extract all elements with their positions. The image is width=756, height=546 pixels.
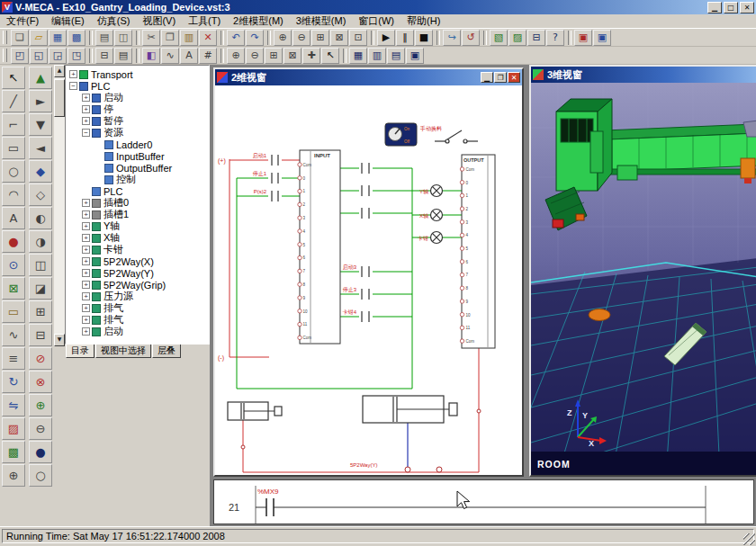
tree-item-4[interactable]: +暂停	[66, 115, 209, 127]
tool-pump[interactable]: ⊙	[2, 254, 25, 276]
cylinder-x[interactable]	[228, 402, 282, 420]
3d-canvas[interactable]: Z Y X ROOM	[531, 83, 756, 475]
wire-tool-button[interactable]: ∿	[161, 48, 179, 64]
zoom-extents-button[interactable]: ⊠	[330, 30, 348, 46]
scrollbar-thumb[interactable]	[54, 79, 65, 117]
tree-item-21[interactable]: +排气	[66, 314, 209, 326]
tool-multiply[interactable]: ⊗	[29, 371, 52, 393]
tool-cylinder[interactable]: ▭	[2, 300, 25, 323]
new-button[interactable]: ❏	[11, 30, 29, 46]
tree-item-16[interactable]: +5P2Way(X)	[66, 255, 209, 267]
scroll-down-button[interactable]: ▼	[54, 334, 65, 346]
tab-cascade[interactable]: 层叠	[152, 345, 181, 358]
report-button[interactable]: ▧	[490, 30, 508, 46]
expand-icon[interactable]: +	[69, 70, 77, 78]
menu-3d-model[interactable]: 3维模型(M)	[290, 13, 353, 29]
close-button[interactable]: ✕	[740, 2, 754, 13]
tool-rect[interactable]: ▭	[2, 137, 25, 159]
step-button[interactable]: ↪	[443, 30, 461, 46]
tool-diamond[interactable]: ◆	[29, 160, 52, 183]
expand-icon[interactable]: +	[82, 292, 90, 300]
tree-item-5[interactable]: −资源	[66, 127, 209, 139]
stop-button[interactable]: ■	[415, 30, 433, 46]
zoom-window-button[interactable]: ⊞	[311, 30, 329, 46]
menu-file[interactable]: 文件(F)	[0, 13, 45, 29]
tree-toggle-button[interactable]: ⊟	[95, 48, 113, 64]
collapse-icon[interactable]: −	[82, 129, 90, 137]
resize-grip[interactable]	[743, 533, 755, 545]
expand-icon[interactable]: +	[82, 117, 90, 125]
run-button[interactable]: ▶	[377, 30, 395, 46]
scroll-up-button[interactable]: ▲	[54, 65, 65, 77]
tool-text[interactable]: A	[2, 207, 25, 229]
tool-grid-remove[interactable]: ⊟	[29, 324, 52, 346]
tool-spring[interactable]: ∿	[2, 324, 25, 346]
tree-item-2[interactable]: +启动	[66, 92, 209, 103]
expand-icon[interactable]: +	[82, 210, 90, 219]
tree-item-1[interactable]: −PLC	[66, 80, 209, 92]
tool-down[interactable]: ▼	[29, 113, 52, 136]
tab-catalog[interactable]: 目录	[66, 345, 94, 358]
2d-restore-button[interactable]: ❐	[494, 72, 507, 83]
expand-icon[interactable]: +	[82, 94, 90, 102]
toolbar-gripper[interactable]	[3, 49, 7, 62]
tree-item-17[interactable]: +5P2Way(Y)	[66, 267, 209, 279]
menu-help[interactable]: 帮助(H)	[400, 13, 446, 29]
tree-item-10[interactable]: PLC	[66, 185, 209, 197]
tree-item-11[interactable]: +插槽0	[66, 197, 209, 209]
toolbar-gripper[interactable]	[3, 31, 7, 44]
expand-icon[interactable]: +	[82, 234, 90, 242]
tool-half-left[interactable]: ◐	[29, 207, 52, 229]
2d-window-titlebar[interactable]: 2维视窗 ▁ ❐ ✕	[215, 69, 522, 85]
expand-icon[interactable]: +	[82, 105, 90, 113]
floor-workpiece[interactable]	[589, 309, 610, 321]
save-all-button[interactable]: ▩	[68, 30, 86, 46]
scrollbar-track[interactable]	[54, 77, 65, 334]
zoom-out-button[interactable]: ⊖	[292, 30, 310, 46]
tool-ellipse[interactable]: ○	[2, 160, 25, 183]
tool-corner[interactable]: ◪	[29, 277, 52, 300]
tree-item-19[interactable]: +压力源	[66, 291, 209, 302]
component-library-button[interactable]: ◧	[142, 48, 160, 64]
tool-half-right[interactable]: ◑	[29, 230, 52, 253]
ladder-editor[interactable]: 21 %MX9	[213, 479, 754, 524]
input-block[interactable]: INPUT Com01234567891011Com	[298, 150, 340, 344]
tool-left[interactable]: ◄	[29, 137, 52, 159]
grid-view-1-button[interactable]: ▦	[349, 48, 367, 64]
help-button[interactable]: ?	[546, 30, 564, 46]
paste-button[interactable]: ▥	[180, 30, 198, 46]
outline-toggle-button[interactable]: ▤	[114, 48, 132, 64]
tree-item-12[interactable]: +插槽1	[66, 209, 209, 220]
delete-button[interactable]: ✕	[199, 30, 217, 46]
tool-fill[interactable]: ▩	[2, 441, 25, 463]
tool-rail[interactable]: ≡	[2, 347, 25, 370]
2d-close-button[interactable]: ✕	[508, 72, 520, 83]
output-block[interactable]: OUTPUT Com01234567891011Com	[460, 155, 495, 348]
view-zoom-window-button[interactable]: ⊞	[265, 48, 283, 64]
tool-erase[interactable]: ▨	[2, 417, 25, 440]
pause-button[interactable]: ‖	[396, 30, 414, 46]
save-button[interactable]: ▦	[49, 30, 67, 46]
tool-grid-add[interactable]: ⊞	[29, 300, 52, 323]
coil-symbols[interactable]	[431, 185, 443, 244]
grid-view-3-button[interactable]: ▤	[387, 48, 405, 64]
ladder-canvas[interactable]: 21 %MX9	[214, 480, 753, 524]
tree-item-9[interactable]: 控制	[66, 174, 209, 185]
tool-arc[interactable]: ◠	[2, 183, 25, 206]
library-blue-button[interactable]: ▣	[593, 30, 611, 46]
tree-item-8[interactable]: OutputBuffer	[66, 162, 209, 174]
menu-tools[interactable]: 工具(T)	[182, 13, 227, 29]
tool-zoom[interactable]: ⊕	[2, 464, 25, 487]
grid-settings-button[interactable]: ⊟	[527, 30, 545, 46]
copy-button[interactable]: ❐	[161, 30, 179, 46]
tool-ring[interactable]: ○	[29, 464, 52, 487]
tool-right[interactable]: ►	[29, 90, 52, 112]
view-zoom-all-button[interactable]: ⊠	[284, 48, 302, 64]
tool-polyline[interactable]: ⌐	[2, 113, 25, 136]
open-button[interactable]: ▱	[30, 30, 48, 46]
tool-prohibit[interactable]: ⊘	[29, 347, 52, 370]
tree-item-15[interactable]: +卡钳	[66, 244, 209, 255]
menu-window[interactable]: 窗口(W)	[352, 13, 400, 29]
tool-rotate[interactable]: ↻	[2, 371, 25, 393]
tool-line[interactable]: ╱	[2, 90, 25, 112]
